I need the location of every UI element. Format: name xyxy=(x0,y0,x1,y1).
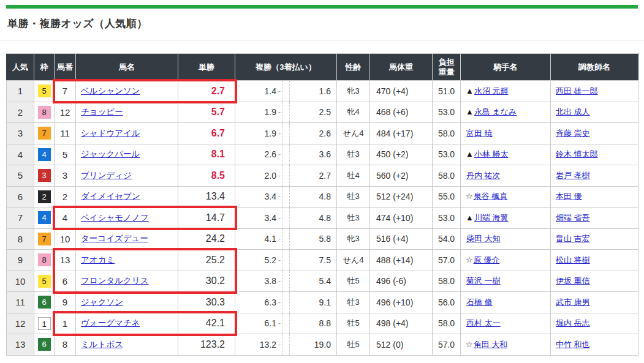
trainer-link[interactable]: 畑端 省吾 xyxy=(556,213,590,222)
horse-name-link[interactable]: ダイメイセブン xyxy=(81,192,140,201)
jockey-cell: 柴田 大知 xyxy=(461,228,551,250)
horse-name-link[interactable]: ヴォーグマチネ xyxy=(81,318,140,327)
table-row: 6 2 2 ダイメイセブン 13.4 3.4 - 4.8 牡3 512 (+24… xyxy=(7,186,638,208)
horse-name-link[interactable]: ジャックパール xyxy=(81,149,140,159)
horse-name-link[interactable]: ミルトボス xyxy=(81,340,123,349)
trainer-cell: 中竹 和也 xyxy=(551,334,638,356)
place-odds-range: 4.1 - 5.8 xyxy=(235,229,336,250)
win-odds-value: 30.3 xyxy=(206,297,225,307)
jockey-link[interactable]: 角田 大和 xyxy=(474,340,508,349)
horse-name-cell: フロンタルクリス xyxy=(76,271,178,292)
header-win-odds: 単勝 xyxy=(178,54,235,81)
horse-weight-cell: 496 (+10) xyxy=(370,292,433,313)
horse-name-link[interactable]: ジャクソン xyxy=(81,298,123,307)
load-weight-cell: 57.0 xyxy=(433,250,461,271)
horse-name-cell: ジャックパール xyxy=(76,144,178,165)
odds-table-container: 人気 枠 馬番 馬名 単勝 複勝（3着払い） 性齢 馬体重 負担重量 騎手名 調… xyxy=(6,53,638,356)
trainer-link[interactable]: 中竹 和也 xyxy=(556,340,590,349)
place-odds-range: 1.9 - 2.6 xyxy=(235,123,336,144)
horse-number-cell: 12 xyxy=(55,102,76,123)
frame-number-badge: 4 xyxy=(38,211,51,224)
jockey-link[interactable]: 原 優介 xyxy=(474,255,500,264)
load-weight-cell: 54.0 xyxy=(433,228,461,250)
jockey-link[interactable]: 柴田 大知 xyxy=(466,234,501,243)
range-dash: - xyxy=(276,340,282,349)
frame-cell: 5 xyxy=(34,271,55,292)
place-odds-range: 13.2 - 19.0 xyxy=(235,334,336,355)
win-odds-value: 2.7 xyxy=(211,86,225,96)
trainer-link[interactable]: 岩戸 孝樹 xyxy=(556,171,590,180)
jockey-link[interactable]: 富田 暁 xyxy=(466,129,493,138)
trainer-link[interactable]: 武市 康男 xyxy=(556,298,590,307)
jockey-link[interactable]: 石橋 脩 xyxy=(466,298,493,307)
place-odds-max: 1.6 xyxy=(290,86,336,96)
trainer-link[interactable]: 堀内 岳志 xyxy=(556,318,590,327)
rank-cell: 7 xyxy=(7,208,34,229)
horse-name-link[interactable]: シャドウアイル xyxy=(81,129,140,138)
jockey-cell: ▲川端 海翼 xyxy=(461,208,551,229)
sex-age-cell: 牝3 xyxy=(337,228,370,250)
frame-cell: 8 xyxy=(34,250,55,271)
win-odds-cell: 6.7 xyxy=(178,123,235,144)
horse-name-link[interactable]: ペイシャモノノフ xyxy=(81,213,149,222)
frame-number-badge: 1 xyxy=(38,317,51,330)
apprentice-mark: ▲ xyxy=(466,107,474,116)
trainer-link[interactable]: 西田 雄一郎 xyxy=(556,86,598,95)
jockey-link[interactable]: 菊沢 一樹 xyxy=(466,276,501,285)
range-dash: - xyxy=(276,319,282,327)
frame-cell: 5 xyxy=(34,81,55,102)
jockey-link[interactable]: 泉谷 楓真 xyxy=(474,192,508,201)
header-horse-name: 馬名 xyxy=(76,54,178,81)
horse-name-link[interactable]: ターコイズデュー xyxy=(81,234,148,243)
trainer-cell: 畑端 省吾 xyxy=(551,208,638,229)
horse-name-link[interactable]: チョッピー xyxy=(81,107,123,116)
horse-name-link[interactable]: フロンタルクリス xyxy=(81,276,149,285)
frame-cell: 6 xyxy=(34,334,55,356)
jockey-link[interactable]: 川端 海翼 xyxy=(474,213,509,222)
trainer-cell: 武市 康男 xyxy=(551,292,638,313)
trainer-link[interactable]: 畠山 吉宏 xyxy=(556,234,590,243)
sex-age-cell: 牝3 xyxy=(337,81,370,102)
load-weight-cell: 58.0 xyxy=(433,313,461,334)
trainer-link[interactable]: 斉藤 崇史 xyxy=(556,129,590,138)
win-odds-cell: 14.7 xyxy=(178,208,235,229)
trainer-link[interactable]: 伊坂 重信 xyxy=(556,276,590,285)
place-odds-cell: 3.4 - 4.8 xyxy=(235,208,337,229)
sex-age-cell: 牡3 xyxy=(337,144,370,165)
horse-number-cell: 2 xyxy=(55,186,76,208)
jockey-link[interactable]: 西村 太一 xyxy=(466,318,501,327)
jockey-link[interactable]: 丹内 祐次 xyxy=(466,171,501,180)
jockey-link[interactable]: 永島 まなみ xyxy=(474,107,517,116)
place-odds-max: 3.6 xyxy=(290,149,336,159)
win-odds-cell: 8.5 xyxy=(178,165,235,187)
dashed-divider xyxy=(282,165,290,186)
jockey-cell: ☆泉谷 楓真 xyxy=(461,186,551,208)
win-odds-value: 14.7 xyxy=(206,212,225,223)
win-odds-value: 8.1 xyxy=(211,149,225,159)
header-row: 人気 枠 馬番 馬名 単勝 複勝（3着払い） 性齢 馬体重 負担重量 騎手名 調… xyxy=(7,54,638,81)
trainer-link[interactable]: 松山 将樹 xyxy=(556,255,590,264)
table-row: 4 4 5 ジャックパール 8.1 2.6 - 3.6 牡3 450 (+2) … xyxy=(7,144,638,165)
trainer-link[interactable]: 鈴木 慎太郎 xyxy=(556,149,598,159)
jockey-link[interactable]: 水沼 元輝 xyxy=(474,86,509,95)
load-weight-cell: 58.0 xyxy=(433,123,461,144)
horse-name-cell: チョッピー xyxy=(76,102,178,123)
win-odds-value: 123.2 xyxy=(200,339,225,350)
header-rank: 人気 xyxy=(7,54,34,81)
place-odds-min: 1.4 xyxy=(235,86,276,96)
rank-cell: 9 xyxy=(7,250,34,271)
trainer-link[interactable]: 本田 優 xyxy=(556,192,582,201)
jockey-link[interactable]: 小林 勝太 xyxy=(474,149,509,159)
place-odds-min: 2.6 xyxy=(235,149,276,159)
trainer-link[interactable]: 北出 成人 xyxy=(556,107,590,116)
horse-number-cell: 8 xyxy=(55,334,76,356)
horse-name-link[interactable]: ベルシャンソン xyxy=(81,86,140,95)
win-odds-cell: 30.2 xyxy=(178,271,235,292)
horse-name-link[interactable]: ブリンディジ xyxy=(81,171,132,180)
jockey-cell: 西村 太一 xyxy=(461,313,551,334)
horse-name-link[interactable]: アオカミ xyxy=(81,255,115,264)
horse-name-cell: ブリンディジ xyxy=(76,165,178,187)
win-odds-value: 8.5 xyxy=(211,170,225,181)
frame-number-badge: 6 xyxy=(38,296,51,309)
frame-number-badge: 8 xyxy=(38,253,51,266)
